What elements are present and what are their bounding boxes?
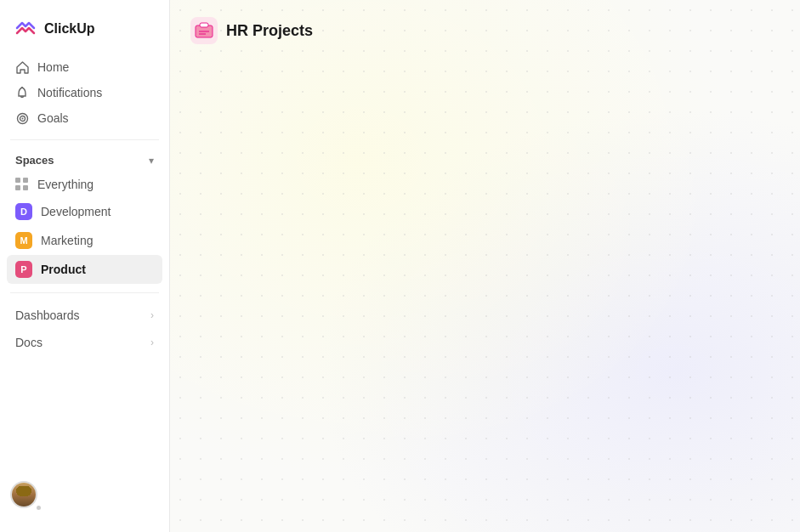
sidebar-item-development[interactable]: D Development bbox=[7, 197, 162, 226]
avatar-container bbox=[10, 481, 41, 512]
product-badge: P bbox=[15, 261, 32, 278]
marketing-label: Marketing bbox=[41, 234, 93, 247]
notifications-label: Notifications bbox=[37, 86, 102, 99]
dot-grid-background bbox=[170, 0, 800, 532]
marketing-badge: M bbox=[15, 232, 32, 249]
page-title: HR Projects bbox=[226, 22, 313, 40]
home-icon bbox=[15, 60, 29, 74]
spaces-divider bbox=[10, 292, 159, 293]
content-area: HR Projects bbox=[170, 0, 800, 61]
everything-label: Everything bbox=[37, 178, 94, 191]
spaces-header[interactable]: Spaces ▾ bbox=[7, 149, 162, 172]
avatar-image bbox=[12, 483, 36, 507]
dashboards-chevron-icon: › bbox=[150, 309, 154, 321]
docs-section[interactable]: Docs › bbox=[7, 329, 162, 356]
sidebar-item-notifications[interactable]: Notifications bbox=[7, 80, 162, 105]
avatar bbox=[10, 481, 37, 508]
svg-rect-6 bbox=[200, 23, 208, 27]
sidebar-item-marketing[interactable]: M Marketing bbox=[7, 226, 162, 255]
user-area[interactable] bbox=[0, 471, 169, 522]
dashboards-section[interactable]: Dashboards › bbox=[7, 302, 162, 329]
bell-icon bbox=[15, 86, 29, 99]
dashboards-label: Dashboards bbox=[15, 308, 80, 322]
svg-point-3 bbox=[21, 117, 23, 119]
sidebar: ClickUp Home Notifications bbox=[0, 0, 170, 532]
status-indicator bbox=[35, 504, 43, 512]
docs-chevron-icon: › bbox=[150, 337, 154, 348]
nav-divider bbox=[10, 139, 159, 140]
goals-label: Goals bbox=[37, 111, 69, 125]
spaces-chevron-icon: ▾ bbox=[149, 155, 154, 167]
main-content: HR Projects bbox=[170, 0, 800, 532]
docs-label: Docs bbox=[15, 336, 43, 349]
main-header: HR Projects bbox=[170, 0, 800, 61]
clickup-logo-icon bbox=[14, 17, 37, 41]
sidebar-item-product[interactable]: P Product bbox=[7, 255, 162, 284]
development-badge: D bbox=[15, 203, 32, 220]
product-label: Product bbox=[41, 263, 86, 276]
sidebar-item-everything[interactable]: Everything bbox=[7, 172, 162, 197]
spaces-label: Spaces bbox=[15, 154, 54, 167]
development-label: Development bbox=[41, 205, 111, 218]
sidebar-item-home[interactable]: Home bbox=[7, 54, 162, 80]
sidebar-item-goals[interactable]: Goals bbox=[7, 105, 162, 131]
hr-projects-icon bbox=[190, 17, 218, 44]
logo-area[interactable]: ClickUp bbox=[0, 10, 169, 54]
everything-icon bbox=[15, 178, 29, 191]
goals-icon bbox=[15, 111, 29, 125]
nav-section: Home Notifications Goals bbox=[0, 54, 169, 131]
logo-text: ClickUp bbox=[44, 21, 95, 37]
home-label: Home bbox=[37, 60, 69, 74]
